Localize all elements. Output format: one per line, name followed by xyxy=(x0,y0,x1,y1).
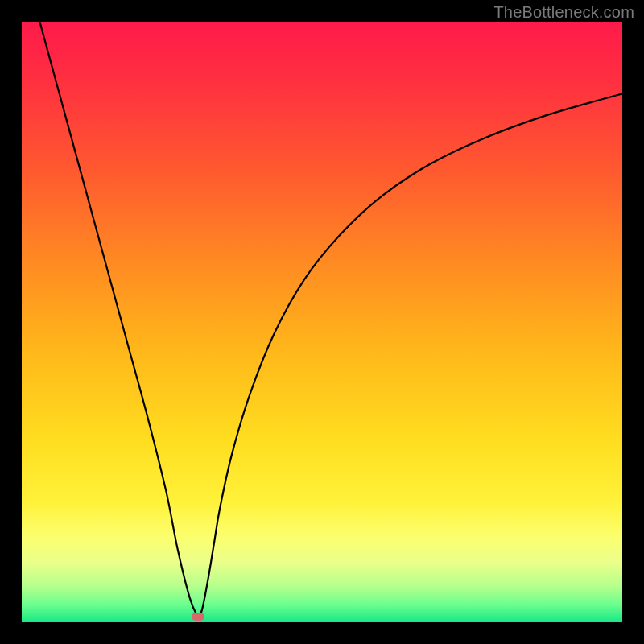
svg-rect-0 xyxy=(22,22,622,622)
watermark-text: TheBottleneck.com xyxy=(493,3,634,22)
bottleneck-marker xyxy=(192,613,204,621)
background-gradient xyxy=(22,22,622,622)
chart-frame: TheBottleneck.com xyxy=(0,0,644,644)
plot-area xyxy=(22,22,622,622)
